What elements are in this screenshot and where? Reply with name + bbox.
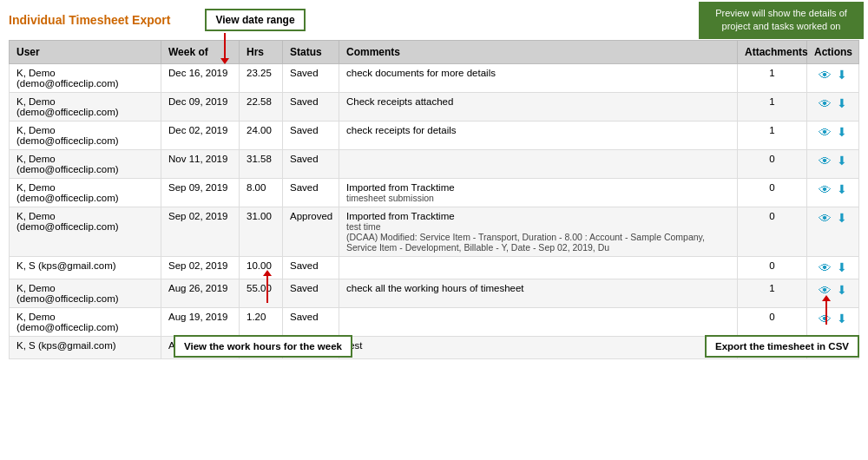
table-row: K, Demo (demo@officeclip.com) Dec 09, 20… [10, 93, 859, 122]
cell-hrs: 31.00 [240, 207, 283, 257]
timesheet-table: User Week of Hrs Status Comments Attachm… [9, 40, 859, 359]
cell-comments: Imported from Tracktimetimesheet submiss… [339, 179, 738, 207]
cell-user: K, Demo (demo@officeclip.com) [10, 122, 161, 150]
view-icon[interactable]: 👁 [819, 154, 832, 168]
cell-actions: 👁 ⬇ [807, 150, 859, 179]
cell-comments: test [339, 337, 738, 359]
download-icon[interactable]: ⬇ [837, 154, 847, 168]
cell-status: Saved [283, 279, 339, 308]
cell-week: Aug 19, 2019 [161, 308, 240, 337]
cell-hrs: 10.00 [240, 257, 283, 279]
cell-attachments: 0 [738, 179, 807, 207]
view-icon[interactable]: 👁 [819, 211, 832, 226]
download-icon[interactable]: ⬇ [837, 125, 847, 140]
table-row: K, Demo (demo@officeclip.com) Dec 02, 20… [10, 122, 859, 150]
cell-status: Saved [283, 93, 339, 122]
cell-actions: 👁 ⬇ [807, 93, 859, 122]
cell-week: Sep 02, 2019 [161, 257, 240, 279]
cell-attachments: 1 [738, 64, 807, 93]
table-row: K, Demo (demo@officeclip.com) Nov 11, 20… [10, 150, 859, 179]
cell-week: Dec 09, 2019 [161, 93, 240, 122]
hrs-tooltip-text: View the work hours for the week [184, 341, 342, 352]
cell-week: Sep 09, 2019 [161, 179, 240, 207]
cell-attachments: 1 [738, 93, 807, 122]
cell-hrs: 8.00 [240, 179, 283, 207]
cell-actions: 👁 ⬇ [807, 308, 859, 337]
download-icon[interactable]: ⬇ [837, 211, 847, 226]
cell-attachments: 0 [738, 207, 807, 257]
view-icon[interactable]: 👁 [819, 260, 832, 275]
cell-week: Dec 16, 2019 [161, 64, 240, 93]
cell-user: K, Demo (demo@officeclip.com) [10, 64, 161, 93]
view-date-range-button[interactable]: View date range [205, 9, 305, 31]
cell-week: Aug 26, 2019 [161, 279, 240, 308]
table-row: K, S (kps@gmail.com) Sep 02, 2019 10.00 … [10, 257, 859, 279]
cell-attachments: 0 [738, 150, 807, 179]
cell-comments: Check receipts attached [339, 93, 738, 122]
cell-user: K, Demo (demo@officeclip.com) [10, 93, 161, 122]
export-tooltip-text: Export the timesheet in CSV [715, 341, 849, 352]
cell-attachments: 0 [738, 257, 807, 279]
cell-attachments: 1 [738, 122, 807, 150]
cell-status: Approved [283, 207, 339, 257]
header-status: Status [283, 41, 339, 64]
view-icon[interactable]: 👁 [819, 68, 832, 82]
cell-actions: 👁 ⬇ [807, 257, 859, 279]
cell-hrs: 23.25 [240, 64, 283, 93]
header-hrs: Hrs [240, 41, 283, 64]
cell-attachments: 1 [738, 279, 807, 308]
cell-hrs: 1.20 [240, 308, 283, 337]
cell-hrs: 24.00 [240, 122, 283, 150]
hrs-arrow [266, 275, 268, 303]
header-comments: Comments [339, 41, 738, 64]
cell-actions: 👁 ⬇ [807, 207, 859, 257]
cell-comments [339, 257, 738, 279]
cell-week: Sep 02, 2019 [161, 207, 240, 257]
cell-comments: Imported from Tracktimetest time(DCAA) M… [339, 207, 738, 257]
cell-actions: 👁 ⬇ [807, 279, 859, 308]
download-icon[interactable]: ⬇ [837, 312, 847, 326]
cell-status: Saved [283, 308, 339, 337]
table-row: K, Demo (demo@officeclip.com) Sep 02, 20… [10, 207, 859, 257]
cell-hrs: 55.00 [240, 279, 283, 308]
cell-hrs: 31.58 [240, 150, 283, 179]
table-row: K, Demo (demo@officeclip.com) Sep 09, 20… [10, 179, 859, 207]
download-arrow [825, 300, 827, 325]
download-icon[interactable]: ⬇ [837, 96, 847, 111]
cell-attachments: 0 [738, 308, 807, 337]
cell-user: K, Demo (demo@officeclip.com) [10, 179, 161, 207]
export-tooltip: Export the timesheet in CSV [705, 335, 859, 358]
download-icon[interactable]: ⬇ [837, 182, 847, 197]
page-wrapper: Preview will show the details of project… [0, 0, 868, 368]
cell-status: Saved [283, 122, 339, 150]
cell-week: Dec 02, 2019 [161, 122, 240, 150]
cell-comments: check receipts for details [339, 122, 738, 150]
header-attachments: Attachments [738, 41, 807, 64]
download-icon[interactable]: ⬇ [837, 260, 847, 275]
cell-actions: 👁 ⬇ [807, 179, 859, 207]
cell-user: K, Demo (demo@officeclip.com) [10, 308, 161, 337]
view-icon[interactable]: 👁 [819, 125, 832, 140]
cell-week: Nov 11, 2019 [161, 150, 240, 179]
view-icon[interactable]: 👁 [819, 182, 832, 197]
cell-comments: check documents for more details [339, 64, 738, 93]
cell-user: K, Demo (demo@officeclip.com) [10, 207, 161, 257]
cell-comments [339, 150, 738, 179]
download-icon[interactable]: ⬇ [837, 283, 847, 298]
page-title: Individual Timesheet Export [9, 13, 170, 27]
table-row: K, Demo (demo@officeclip.com) Aug 26, 20… [10, 279, 859, 308]
view-icon[interactable]: 👁 [819, 96, 832, 111]
table-row: K, Demo (demo@officeclip.com) Dec 16, 20… [10, 64, 859, 93]
cell-hrs: 22.58 [240, 93, 283, 122]
download-icon[interactable]: ⬇ [837, 68, 847, 82]
cell-user: K, S (kps@gmail.com) [10, 337, 161, 359]
table-header-row: User Week of Hrs Status Comments Attachm… [10, 41, 859, 64]
view-date-arrow [224, 33, 226, 59]
cell-user: K, S (kps@gmail.com) [10, 257, 161, 279]
table-row: K, Demo (demo@officeclip.com) Aug 19, 20… [10, 308, 859, 337]
cell-status: Saved [283, 64, 339, 93]
cell-actions: 👁 ⬇ [807, 122, 859, 150]
cell-comments [339, 308, 738, 337]
hrs-tooltip: View the work hours for the week [174, 335, 352, 358]
cell-status: Saved [283, 257, 339, 279]
